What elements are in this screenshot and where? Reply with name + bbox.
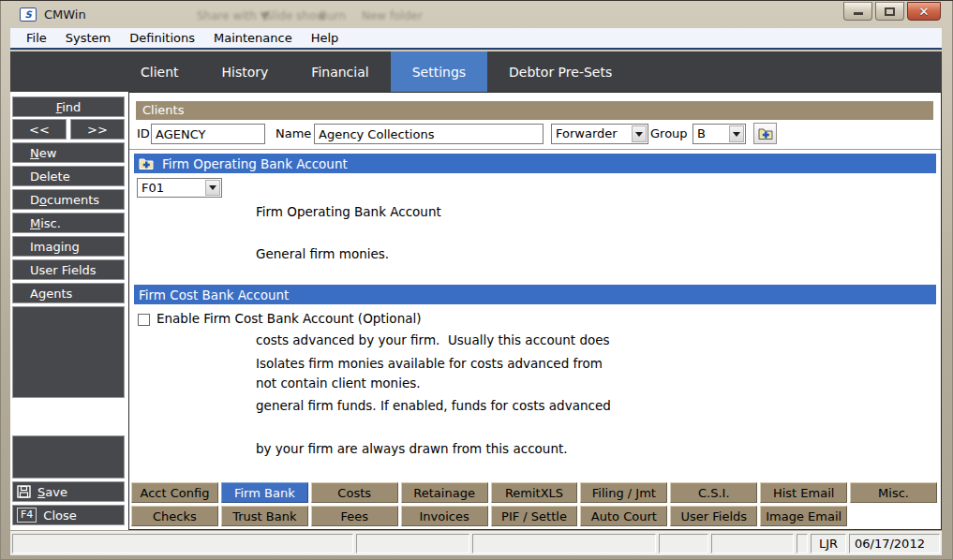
tab-client[interactable]: Client — [119, 52, 201, 92]
body: Find << >> New Delete Documents Misc. Im… — [10, 92, 942, 530]
ghost-toolbar-text: Slide show — [265, 9, 325, 22]
maximize-button[interactable] — [875, 2, 904, 21]
chevron-down-icon[interactable] — [205, 180, 220, 196]
minimize-button[interactable] — [843, 2, 872, 21]
menu-bar: File System Definitions Maintenance Help — [10, 28, 942, 50]
sidebar-spacer — [12, 306, 125, 398]
tab-bar: Client History Financial Settings Debtor… — [10, 52, 942, 92]
prev-record-button[interactable]: << — [12, 119, 67, 140]
group-dropdown[interactable]: B — [692, 124, 746, 144]
id-label: ID — [137, 124, 150, 144]
sidebar: Find << >> New Delete Documents Misc. Im… — [10, 92, 127, 530]
main-panel: Clients ID Name Forwarder Group B — [128, 92, 942, 530]
close-icon: ✕ — [919, 5, 930, 19]
firm-operating-section-header: Firm Operating Bank Account — [134, 154, 936, 173]
imaging-button[interactable]: Imaging — [12, 236, 125, 257]
client-id-input[interactable] — [151, 124, 265, 144]
menu-help[interactable]: Help — [302, 29, 349, 47]
tab-auto-court[interactable]: Auto Court — [580, 506, 667, 526]
save-button[interactable]: Save — [12, 481, 125, 502]
sidebar-spacer — [12, 435, 125, 479]
tab-image-email[interactable]: Image Email — [760, 506, 847, 526]
cost-description: Isolates firm monies available for costs… — [256, 328, 611, 485]
enable-cost-account-checkbox[interactable] — [138, 314, 150, 326]
ghost-toolbar-text: Share with ▼ — [197, 9, 269, 22]
status-segment — [472, 534, 656, 553]
minimize-icon — [854, 12, 863, 15]
app-window: S CMWin Share with ▼ Slide show Burn New… — [0, 0, 953, 560]
new-button[interactable]: New — [12, 142, 125, 163]
user-fields-button[interactable]: User Fields — [12, 259, 125, 280]
tab-checks[interactable]: Checks — [131, 506, 218, 526]
tab-retainage[interactable]: Retainage — [401, 482, 488, 503]
menu-system[interactable]: System — [56, 29, 120, 47]
window-title: CMWin — [44, 7, 86, 22]
save-icon — [17, 485, 31, 498]
client-name-input[interactable] — [314, 124, 544, 144]
tab-invoices[interactable]: Invoices — [401, 506, 488, 526]
tab-debtor-presets[interactable]: Debtor Pre-Sets — [487, 52, 633, 92]
chevron-down-icon[interactable] — [729, 125, 744, 142]
agents-button[interactable]: Agents — [12, 283, 125, 303]
ghost-toolbar-text: Burn — [320, 9, 346, 22]
status-segment — [711, 534, 794, 553]
settings-tab-grid: Acct Config Firm Bank Costs Retainage Re… — [131, 482, 937, 526]
clients-header: Clients — [136, 101, 933, 120]
tab-costs[interactable]: Costs — [311, 482, 398, 503]
find-button[interactable]: Find — [12, 96, 125, 117]
tab-pif-settle[interactable]: PIF / Settle — [491, 506, 578, 526]
tab-firm-bank[interactable]: Firm Bank — [221, 482, 308, 503]
tab-csi[interactable]: C.S.I. — [670, 482, 757, 503]
status-segment — [797, 534, 808, 553]
tab-history[interactable]: History — [201, 52, 290, 92]
enable-cost-account-label: Enable Firm Cost Bank Account (Optional) — [156, 311, 421, 326]
status-user: LJR — [811, 534, 846, 553]
misc-button[interactable]: Misc. — [12, 213, 125, 233]
next-record-button[interactable]: >> — [70, 119, 125, 140]
client-type-dropdown[interactable]: Forwarder — [551, 124, 648, 144]
menu-maintenance[interactable]: Maintenance — [204, 29, 302, 47]
tab-trust-bank[interactable]: Trust Bank — [221, 506, 308, 526]
f4-key-icon: F4 — [17, 508, 37, 523]
close-window-button[interactable]: F4 Close — [12, 505, 125, 525]
firm-cost-section-header: Firm Cost Bank Account — [134, 285, 936, 304]
folder-plus-icon — [758, 127, 773, 140]
tab-settings[interactable]: Settings — [391, 52, 487, 92]
add-group-button[interactable] — [753, 123, 777, 144]
folder-plus-icon — [139, 157, 154, 169]
chevron-down-icon[interactable] — [632, 125, 647, 142]
tab-financial[interactable]: Financial — [290, 52, 390, 92]
tab-filing-jmt[interactable]: Filing / Jmt — [580, 482, 667, 503]
tab-acct-config[interactable]: Acct Config — [131, 482, 218, 503]
tab-misc[interactable]: Misc. — [850, 482, 937, 503]
status-segment — [659, 534, 708, 553]
documents-button[interactable]: Documents — [12, 189, 125, 210]
group-label: Group — [650, 124, 688, 144]
menu-definitions[interactable]: Definitions — [120, 29, 204, 47]
status-date: 06/17/2012 — [849, 534, 940, 553]
menu-file[interactable]: File — [17, 29, 56, 47]
tab-fees[interactable]: Fees — [311, 506, 398, 526]
ghost-toolbar-text: New folder — [362, 9, 423, 22]
status-bar: LJR 06/17/2012 — [10, 531, 942, 555]
tab-user-fields[interactable]: User Fields — [670, 506, 757, 526]
title-bar: S CMWin Share with ▼ Slide show Burn New… — [0, 2, 953, 28]
tab-hist-email[interactable]: Hist Email — [760, 482, 847, 503]
app-icon: S — [20, 7, 37, 22]
status-segment — [12, 534, 353, 553]
name-label: Name — [275, 124, 311, 144]
operating-account-dropdown[interactable]: F01 — [137, 178, 222, 198]
maximize-icon — [885, 7, 895, 16]
tab-remitxls[interactable]: RemitXLS — [491, 482, 578, 503]
close-button[interactable]: ✕ — [907, 2, 941, 21]
delete-button[interactable]: Delete — [12, 166, 125, 186]
status-segment — [356, 534, 469, 553]
divider — [129, 149, 941, 151]
window-controls: ✕ — [843, 2, 941, 21]
